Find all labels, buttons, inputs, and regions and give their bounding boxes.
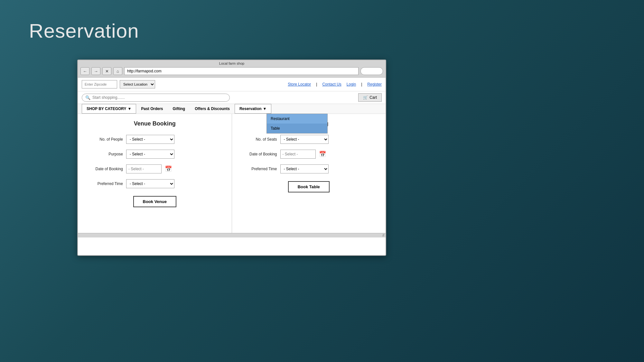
- page-body: Venue Booking No. of People - Select - P…: [78, 114, 386, 233]
- back-button[interactable]: ←: [80, 67, 89, 75]
- browser-search-input[interactable]: [360, 67, 383, 75]
- table-seats-label: No. of Seats: [242, 137, 277, 142]
- top-nav-links: Store Locator | Contact Us Login | Regis…: [288, 82, 382, 87]
- location-select[interactable]: Select Location: [120, 80, 155, 88]
- close-button[interactable]: ✕: [102, 67, 111, 75]
- table-date-input[interactable]: [280, 150, 316, 159]
- venue-date-label: Date of Booking: [88, 167, 123, 171]
- login-link[interactable]: Login: [347, 82, 356, 87]
- zipcode-input[interactable]: [82, 80, 117, 88]
- venue-calendar-icon[interactable]: 📅: [165, 165, 172, 172]
- browser-statusbar: //: [78, 233, 386, 237]
- cart-icon: 🛒: [363, 95, 368, 100]
- address-bar[interactable]: [124, 67, 359, 75]
- venue-time-row: Preferred Time - Select -: [88, 179, 222, 188]
- venue-people-select[interactable]: - Select -: [126, 135, 174, 144]
- resize-handle-icon: //: [382, 234, 384, 237]
- forward-button[interactable]: →: [91, 67, 100, 75]
- shop-by-category-nav[interactable]: SHOP BY CATEGORY ▼: [82, 104, 136, 114]
- search-icon: 🔍: [85, 95, 90, 100]
- table-date-label: Date of Booking: [242, 152, 277, 156]
- venue-booking-section: Venue Booking No. of People - Select - P…: [78, 114, 232, 233]
- browser-title: Local farm shop: [80, 61, 383, 66]
- venue-time-select[interactable]: - Select -: [126, 179, 174, 188]
- venue-purpose-label: Purpose: [88, 152, 123, 156]
- table-seats-row: No. of Seats - Select -: [242, 135, 376, 144]
- venue-booking-title: Venue Booking: [88, 120, 222, 127]
- top-nav: Select Location Store Locator | Contact …: [78, 78, 386, 91]
- register-link[interactable]: Register: [367, 82, 382, 87]
- search-bar-row: 🔍 🛒 Cart: [78, 91, 386, 104]
- search-input[interactable]: [92, 95, 215, 100]
- home-button[interactable]: ⌂: [113, 67, 122, 75]
- venue-date-row: Date of Booking 📅: [88, 164, 222, 173]
- venue-purpose-select[interactable]: - Select -: [126, 150, 174, 159]
- venue-people-label: No. of People: [88, 137, 123, 142]
- reservation-dropdown-arrow-icon: ▼: [263, 107, 267, 111]
- page-title: Reservation: [29, 19, 139, 42]
- table-time-select[interactable]: - Select -: [280, 164, 329, 173]
- table-calendar-icon[interactable]: 📅: [319, 151, 326, 158]
- venue-purpose-row: Purpose - Select -: [88, 150, 222, 159]
- book-venue-button[interactable]: Book Venue: [133, 196, 176, 207]
- venue-people-row: No. of People - Select -: [88, 135, 222, 144]
- dropdown-restaurant-item[interactable]: Restaurant: [267, 114, 327, 124]
- dropdown-table-item[interactable]: Table: [267, 124, 327, 133]
- dropdown-arrow-icon: ▼: [128, 107, 132, 111]
- cart-label: Cart: [369, 95, 377, 100]
- website-content: Select Location Store Locator | Contact …: [78, 78, 386, 233]
- past-orders-nav[interactable]: Past Orders: [136, 104, 168, 114]
- offers-nav[interactable]: Offers & Discounts: [190, 104, 235, 114]
- table-date-row: Date of Booking 📅: [242, 150, 376, 159]
- table-seats-select[interactable]: - Select -: [280, 135, 329, 144]
- browser-chrome: Local farm shop ← → ✕ ⌂: [78, 60, 386, 78]
- search-container: 🔍: [82, 94, 230, 102]
- table-time-row: Preferred Time - Select -: [242, 164, 376, 173]
- store-locator-link[interactable]: Store Locator: [288, 82, 311, 87]
- venue-date-input[interactable]: [126, 164, 162, 173]
- reservation-nav[interactable]: Reservation ▼: [235, 104, 272, 114]
- main-nav: SHOP BY CATEGORY ▼ Past Orders Gifting O…: [78, 104, 386, 114]
- cart-button[interactable]: 🛒 Cart: [358, 93, 382, 102]
- gifting-nav[interactable]: Gifting: [168, 104, 190, 114]
- table-time-label: Preferred Time: [242, 167, 277, 171]
- reservation-dropdown: Restaurant Table: [266, 114, 328, 134]
- browser-toolbar: ← → ✕ ⌂: [80, 66, 383, 76]
- venue-time-label: Preferred Time: [88, 181, 123, 186]
- contact-us-link[interactable]: Contact Us: [322, 82, 341, 87]
- book-table-button[interactable]: Book Table: [288, 181, 330, 192]
- browser-window: Local farm shop ← → ✕ ⌂ Select Location …: [77, 60, 386, 256]
